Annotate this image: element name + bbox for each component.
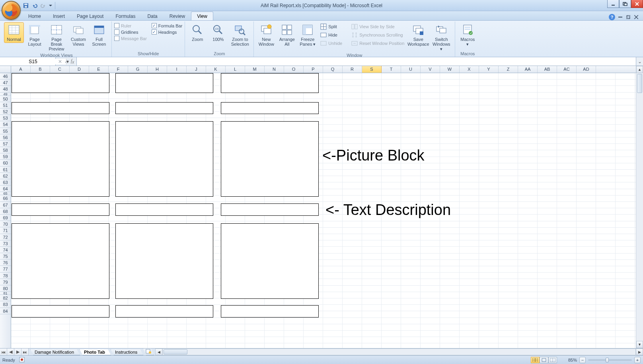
side-by-side-button[interactable]: View Side by Side xyxy=(349,23,406,31)
zoom-knob[interactable] xyxy=(606,358,609,362)
row-header[interactable]: 78 xyxy=(0,273,11,279)
row-header[interactable]: 80 xyxy=(0,285,11,292)
row-header[interactable]: 77 xyxy=(0,266,11,272)
horizontal-scrollbar[interactable]: ◀ ▶ xyxy=(155,349,643,355)
qat-save-icon[interactable] xyxy=(22,2,29,9)
column-header[interactable]: Q xyxy=(323,66,343,73)
switch-windows-button[interactable]: Switch Windows ▾ xyxy=(430,22,452,52)
macros-button[interactable]: Macros▾ xyxy=(458,22,477,48)
row-header[interactable]: 65 xyxy=(0,192,11,195)
column-header[interactable]: H xyxy=(148,66,167,73)
cancel-icon[interactable]: ✕ xyxy=(58,59,62,64)
minimize-button[interactable] xyxy=(607,0,619,8)
zoom-out-button[interactable]: − xyxy=(579,357,586,363)
scroll-track[interactable] xyxy=(162,349,636,355)
tab-data[interactable]: Data xyxy=(141,12,163,20)
new-window-button[interactable]: New Window xyxy=(256,22,276,48)
zoom-button[interactable]: Zoom xyxy=(187,22,207,43)
normal-button[interactable]: Normal xyxy=(4,22,24,43)
zoom-in-button[interactable]: + xyxy=(634,357,641,363)
view-page-break-icon[interactable] xyxy=(548,357,557,363)
column-header[interactable]: I xyxy=(167,66,187,73)
column-header[interactable]: B xyxy=(31,66,50,73)
sheet-first-icon[interactable]: ⏮ xyxy=(0,349,7,355)
scroll-left-icon[interactable]: ◀ xyxy=(155,349,162,355)
column-header[interactable]: K xyxy=(206,66,226,73)
freeze-panes-button[interactable]: Freeze Panes ▾ xyxy=(298,22,318,48)
row-header[interactable]: 61 xyxy=(0,167,11,173)
page-layout-button[interactable]: Page Layout xyxy=(25,22,45,48)
row-header[interactable]: 83 xyxy=(0,301,11,308)
column-header[interactable]: AD xyxy=(577,66,596,73)
column-header[interactable]: E xyxy=(89,66,109,73)
row-header[interactable]: 54 xyxy=(0,121,11,128)
view-page-layout-icon[interactable] xyxy=(540,357,548,363)
column-header[interactable]: W xyxy=(440,66,460,73)
zoom-percentage[interactable]: 85% xyxy=(560,358,577,362)
row-header[interactable]: 59 xyxy=(0,153,11,160)
tab-home[interactable]: Home xyxy=(22,12,47,20)
arrange-all-button[interactable]: Arrange All xyxy=(277,22,297,48)
row-header[interactable]: 53 xyxy=(0,115,11,121)
column-header[interactable]: U xyxy=(401,66,421,73)
tab-review[interactable]: Review xyxy=(164,12,191,20)
row-header[interactable]: 84 xyxy=(0,308,11,314)
row-header[interactable]: 72 xyxy=(0,234,11,240)
scroll-down-icon[interactable]: ▼ xyxy=(636,341,643,348)
row-header[interactable]: 79 xyxy=(0,279,11,285)
row-header[interactable]: 82 xyxy=(0,295,11,301)
row-header[interactable]: 64 xyxy=(0,186,11,192)
close-button[interactable] xyxy=(631,0,643,8)
qat-undo-icon[interactable] xyxy=(31,2,38,9)
enter-icon[interactable]: ✓ xyxy=(64,59,68,64)
row-header[interactable]: 76 xyxy=(0,259,11,266)
row-header[interactable]: 55 xyxy=(0,128,11,134)
tab-view[interactable]: View xyxy=(191,12,213,20)
page-break-preview-button[interactable]: Page Break Preview xyxy=(45,22,68,52)
sheet-last-icon[interactable]: ⏭ xyxy=(21,349,29,355)
reset-window-button[interactable]: Reset Window Position xyxy=(349,39,406,47)
row-header[interactable]: 66 xyxy=(0,195,11,201)
row-header[interactable]: 67 xyxy=(0,202,11,208)
column-header[interactable]: A xyxy=(11,66,31,73)
window-minimize-inner[interactable] xyxy=(618,14,623,20)
row-header[interactable]: 46 xyxy=(0,73,11,79)
maximize-button[interactable] xyxy=(619,0,631,8)
hundred-pct-button[interactable]: 100 100% xyxy=(208,22,228,43)
fx-icon[interactable]: fx xyxy=(71,58,74,64)
scroll-thumb[interactable] xyxy=(164,349,187,354)
column-header[interactable]: F xyxy=(109,66,128,73)
row-header[interactable]: 60 xyxy=(0,160,11,166)
column-header[interactable]: N xyxy=(265,66,284,73)
formula-input[interactable] xyxy=(77,57,636,66)
qat-dropdown-icon[interactable] xyxy=(49,2,53,9)
column-header[interactable]: Y xyxy=(479,66,499,73)
window-restore-inner[interactable] xyxy=(625,14,631,20)
column-header[interactable]: R xyxy=(343,66,362,73)
sheet-tab-damage[interactable]: Damage Notification xyxy=(30,349,80,355)
column-header[interactable]: X xyxy=(460,66,479,73)
column-header[interactable]: S xyxy=(362,66,382,73)
cells-area[interactable]: <-Picture Block <- Text Description xyxy=(11,73,636,348)
tab-insert[interactable]: Insert xyxy=(47,12,71,20)
zoom-to-selection-button[interactable]: Zoom to Selection xyxy=(229,22,251,48)
sync-scroll-button[interactable]: Synchronous Scrolling xyxy=(349,31,406,39)
column-header[interactable]: C xyxy=(50,66,70,73)
formula-bar-checkbox[interactable]: ✓Formula Bar xyxy=(152,23,183,28)
row-header[interactable]: 70 xyxy=(0,221,11,227)
column-header[interactable]: Z xyxy=(499,66,518,73)
sheet-tab-photo[interactable]: Photo Tab xyxy=(80,349,111,355)
row-header[interactable]: 81 xyxy=(0,292,11,295)
column-header[interactable]: P xyxy=(304,66,323,73)
scroll-right-icon[interactable]: ▶ xyxy=(636,349,643,355)
row-header[interactable]: 57 xyxy=(0,141,11,147)
sheet-tab-instructions[interactable]: Instructions xyxy=(111,349,143,355)
message-bar-checkbox[interactable]: Message Bar xyxy=(114,36,147,41)
full-screen-button[interactable]: Full Screen xyxy=(89,22,109,48)
row-header[interactable]: 56 xyxy=(0,134,11,141)
column-header[interactable]: G xyxy=(128,66,148,73)
row-header[interactable]: 69 xyxy=(0,215,11,221)
new-sheet-button[interactable] xyxy=(143,349,154,355)
column-header[interactable]: T xyxy=(382,66,401,73)
column-header[interactable]: AB xyxy=(538,66,557,73)
